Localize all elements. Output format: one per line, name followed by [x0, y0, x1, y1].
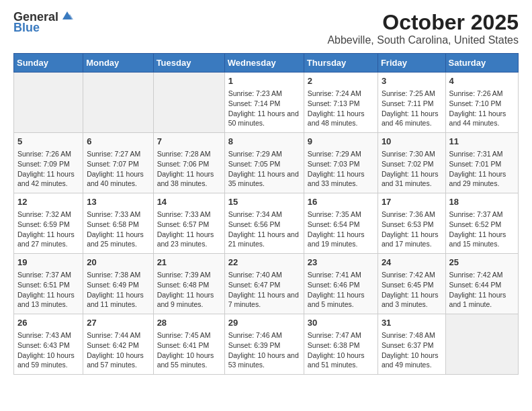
calendar-cell: 27Sunrise: 7:44 AMSunset: 6:42 PMDayligh…: [83, 314, 153, 375]
calendar-cell: 11Sunrise: 7:31 AMSunset: 7:01 PMDayligh…: [445, 133, 518, 193]
calendar-cell: 24Sunrise: 7:42 AMSunset: 6:45 PMDayligh…: [378, 254, 445, 314]
calendar-cell: 7Sunrise: 7:28 AMSunset: 7:06 PMDaylight…: [153, 133, 224, 193]
logo: General Blue: [13, 11, 75, 34]
day-number: 29: [228, 317, 300, 329]
day-number: 11: [449, 136, 515, 148]
day-number: 31: [382, 317, 442, 329]
day-number: 12: [17, 196, 79, 208]
calendar-cell: 2Sunrise: 7:24 AMSunset: 7:13 PMDaylight…: [304, 73, 378, 133]
calendar-cell: 10Sunrise: 7:30 AMSunset: 7:02 PMDayligh…: [378, 133, 445, 193]
day-number: 27: [87, 317, 149, 329]
calendar-cell: 17Sunrise: 7:36 AMSunset: 6:53 PMDayligh…: [378, 193, 445, 254]
day-number: 1: [228, 75, 300, 87]
calendar-cell: 26Sunrise: 7:43 AMSunset: 6:43 PMDayligh…: [14, 314, 83, 375]
calendar-cell: 5Sunrise: 7:26 AMSunset: 7:09 PMDaylight…: [14, 133, 83, 193]
day-number: 17: [382, 196, 442, 208]
day-number: 19: [17, 257, 79, 269]
page-header: General Blue October 2025 Abbeville, Sou…: [13, 11, 519, 46]
col-monday: Monday: [83, 54, 153, 73]
calendar-week-4: 19Sunrise: 7:37 AMSunset: 6:51 PMDayligh…: [14, 254, 519, 314]
calendar-cell: 19Sunrise: 7:37 AMSunset: 6:51 PMDayligh…: [14, 254, 83, 314]
day-number: 8: [228, 136, 300, 148]
calendar-cell: 1Sunrise: 7:23 AMSunset: 7:14 PMDaylight…: [224, 73, 304, 133]
col-thursday: Thursday: [304, 54, 378, 73]
day-number: 22: [228, 257, 300, 269]
day-number: 4: [449, 75, 515, 87]
page-title: October 2025: [327, 11, 519, 34]
calendar-table: Sunday Monday Tuesday Wednesday Thursday…: [13, 53, 519, 375]
calendar-cell: 4Sunrise: 7:26 AMSunset: 7:10 PMDaylight…: [445, 73, 518, 133]
day-number: 23: [308, 257, 374, 269]
day-number: 16: [308, 196, 374, 208]
calendar-cell: 20Sunrise: 7:38 AMSunset: 6:49 PMDayligh…: [83, 254, 153, 314]
calendar-cell: 30Sunrise: 7:47 AMSunset: 6:38 PMDayligh…: [304, 314, 378, 375]
calendar-cell: 21Sunrise: 7:39 AMSunset: 6:48 PMDayligh…: [153, 254, 224, 314]
day-number: 13: [87, 196, 149, 208]
day-number: 3: [382, 75, 442, 87]
calendar-cell: 3Sunrise: 7:25 AMSunset: 7:11 PMDaylight…: [378, 73, 445, 133]
day-number: 21: [157, 257, 221, 269]
calendar-cell: 12Sunrise: 7:32 AMSunset: 6:59 PMDayligh…: [14, 193, 83, 254]
day-number: 30: [308, 317, 374, 329]
calendar-cell: 18Sunrise: 7:37 AMSunset: 6:52 PMDayligh…: [445, 193, 518, 254]
day-number: 20: [87, 257, 149, 269]
title-section: October 2025 Abbeville, South Carolina, …: [327, 11, 519, 46]
calendar-cell: 28Sunrise: 7:45 AMSunset: 6:41 PMDayligh…: [153, 314, 224, 375]
calendar-cell: [14, 73, 83, 133]
calendar-cell: [445, 314, 518, 375]
logo-blue-text: Blue: [13, 21, 40, 34]
day-number: 5: [17, 136, 79, 148]
day-number: 2: [308, 75, 374, 87]
day-number: 28: [157, 317, 221, 329]
calendar-cell: 25Sunrise: 7:42 AMSunset: 6:44 PMDayligh…: [445, 254, 518, 314]
calendar-cell: 9Sunrise: 7:29 AMSunset: 7:03 PMDaylight…: [304, 133, 378, 193]
day-number: 26: [17, 317, 79, 329]
calendar-cell: 14Sunrise: 7:33 AMSunset: 6:57 PMDayligh…: [153, 193, 224, 254]
calendar-cell: 31Sunrise: 7:48 AMSunset: 6:37 PMDayligh…: [378, 314, 445, 375]
col-saturday: Saturday: [445, 54, 518, 73]
calendar-cell: 22Sunrise: 7:40 AMSunset: 6:47 PMDayligh…: [224, 254, 304, 314]
day-number: 25: [449, 257, 515, 269]
day-number: 24: [382, 257, 442, 269]
col-tuesday: Tuesday: [153, 54, 224, 73]
day-number: 6: [87, 136, 149, 148]
calendar-cell: [153, 73, 224, 133]
logo-icon: [60, 10, 75, 22]
day-number: 9: [308, 136, 374, 148]
calendar-header-row: Sunday Monday Tuesday Wednesday Thursday…: [14, 54, 519, 73]
calendar-cell: 8Sunrise: 7:29 AMSunset: 7:05 PMDaylight…: [224, 133, 304, 193]
day-number: 14: [157, 196, 221, 208]
day-number: 7: [157, 136, 221, 148]
col-friday: Friday: [378, 54, 445, 73]
col-sunday: Sunday: [14, 54, 83, 73]
day-number: 10: [382, 136, 442, 148]
day-number: 15: [228, 196, 300, 208]
day-number: 18: [449, 196, 515, 208]
calendar-cell: 16Sunrise: 7:35 AMSunset: 6:54 PMDayligh…: [304, 193, 378, 254]
calendar-cell: [83, 73, 153, 133]
calendar-week-1: 1Sunrise: 7:23 AMSunset: 7:14 PMDaylight…: [14, 73, 519, 133]
page-subtitle: Abbeville, South Carolina, United States: [327, 34, 519, 46]
calendar-cell: 6Sunrise: 7:27 AMSunset: 7:07 PMDaylight…: [83, 133, 153, 193]
calendar-cell: 29Sunrise: 7:46 AMSunset: 6:39 PMDayligh…: [224, 314, 304, 375]
calendar-cell: 13Sunrise: 7:33 AMSunset: 6:58 PMDayligh…: [83, 193, 153, 254]
calendar-cell: 23Sunrise: 7:41 AMSunset: 6:46 PMDayligh…: [304, 254, 378, 314]
calendar-week-5: 26Sunrise: 7:43 AMSunset: 6:43 PMDayligh…: [14, 314, 519, 375]
calendar-week-3: 12Sunrise: 7:32 AMSunset: 6:59 PMDayligh…: [14, 193, 519, 254]
calendar-cell: 15Sunrise: 7:34 AMSunset: 6:56 PMDayligh…: [224, 193, 304, 254]
calendar-week-2: 5Sunrise: 7:26 AMSunset: 7:09 PMDaylight…: [14, 133, 519, 193]
col-wednesday: Wednesday: [224, 54, 304, 73]
